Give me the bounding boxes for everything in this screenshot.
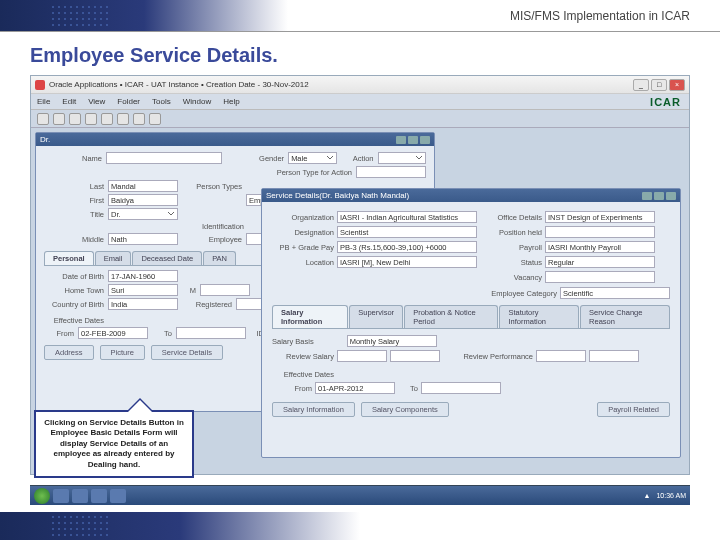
middle-field[interactable]: Nath: [108, 233, 178, 245]
start-button[interactable]: [34, 488, 50, 504]
from-label: From: [44, 329, 74, 338]
review-perf-label: Review Performance: [443, 352, 533, 361]
loc-field[interactable]: IASRI [M], New Delhi: [337, 256, 477, 268]
tab-pan[interactable]: PAN: [203, 251, 236, 265]
vacancy-label: Vacancy: [480, 273, 542, 282]
task-icon[interactable]: [53, 489, 69, 503]
home-field[interactable]: Suri: [108, 284, 178, 296]
tool-icon[interactable]: [133, 113, 145, 125]
desig-field[interactable]: Scientist: [337, 226, 477, 238]
title-select[interactable]: Dr.: [108, 208, 178, 220]
pb-field[interactable]: PB-3 (Rs.15,600-39,100) +6000: [337, 241, 477, 253]
action-select[interactable]: [378, 152, 427, 164]
review-salary-field2[interactable]: [390, 350, 440, 362]
dob-label: Date of Birth: [44, 272, 104, 281]
dob-field[interactable]: 17-JAN-1960: [108, 270, 178, 282]
menu-edit[interactable]: Edit: [62, 97, 76, 106]
tool-icon[interactable]: [37, 113, 49, 125]
menu-file[interactable]: Eile: [37, 97, 50, 106]
form-close-icon[interactable]: [420, 136, 430, 144]
employee-label: Employee: [182, 235, 242, 244]
form-close-icon[interactable]: [666, 192, 676, 200]
form-min-icon[interactable]: [396, 136, 406, 144]
ptype-action-field[interactable]: [356, 166, 426, 178]
tab-salary[interactable]: Salary Information: [272, 305, 348, 328]
tool-icon[interactable]: [53, 113, 65, 125]
name-field[interactable]: [106, 152, 222, 164]
tab-statutory[interactable]: Statutory Information: [499, 305, 579, 328]
task-icon[interactable]: [91, 489, 107, 503]
minimize-button[interactable]: _: [633, 79, 649, 91]
tab-probation[interactable]: Probation & Notice Period: [404, 305, 498, 328]
slide-title: Employee Service Details.: [0, 32, 720, 75]
brand-logo: ICAR: [650, 96, 681, 108]
gender-label: Gender: [226, 154, 284, 163]
review-salary-field[interactable]: [337, 350, 387, 362]
task-icon[interactable]: [110, 489, 126, 503]
first-label: First: [44, 196, 104, 205]
tool-icon[interactable]: [69, 113, 81, 125]
tray-icon[interactable]: ▲: [643, 492, 650, 499]
status-field[interactable]: Regular: [545, 256, 655, 268]
form-title: Service Details(Dr. Baidya Nath Mandal): [266, 191, 409, 200]
review-perf-field[interactable]: [536, 350, 586, 362]
menu-folder[interactable]: Folder: [117, 97, 140, 106]
payroll-related-button[interactable]: Payroll Related: [597, 402, 670, 417]
tab-deceased[interactable]: Deceased Date: [132, 251, 202, 265]
menu-tools[interactable]: Tools: [152, 97, 171, 106]
service-details-button[interactable]: Service Details: [151, 345, 223, 360]
tab-supervisor[interactable]: Supervisor: [349, 305, 403, 328]
picture-button[interactable]: Picture: [100, 345, 145, 360]
window-title: Oracle Applications • ICAR - UAT Instanc…: [49, 80, 633, 89]
office-field[interactable]: INST Design of Experiments: [545, 211, 655, 223]
clock: 10:36 AM: [656, 492, 686, 499]
vacancy-field[interactable]: [545, 271, 655, 283]
to-field[interactable]: [176, 327, 246, 339]
desig-label: Designation: [272, 228, 334, 237]
basis-field[interactable]: Monthly Salary: [347, 335, 437, 347]
tool-icon[interactable]: [117, 113, 129, 125]
tab-personal[interactable]: Personal: [44, 251, 94, 265]
ptypes-label: Person Types: [182, 182, 242, 191]
maximize-button[interactable]: □: [651, 79, 667, 91]
tool-icon[interactable]: [101, 113, 113, 125]
menu-help[interactable]: Help: [223, 97, 239, 106]
review-perf-field2[interactable]: [589, 350, 639, 362]
org-field[interactable]: IASRI - Indian Agricultural Statistics R…: [337, 211, 477, 223]
loc-label: Location: [272, 258, 334, 267]
to-field[interactable]: [421, 382, 501, 394]
empcat-field[interactable]: Scientific: [560, 287, 670, 299]
last-field[interactable]: Mandal: [108, 180, 178, 192]
tab-change[interactable]: Service Change Reason: [580, 305, 670, 328]
form-titlebar: Service Details(Dr. Baidya Nath Mandal): [262, 189, 680, 202]
form-max-icon[interactable]: [654, 192, 664, 200]
salary-info-button[interactable]: Salary Information: [272, 402, 355, 417]
address-button[interactable]: Address: [44, 345, 94, 360]
tool-icon[interactable]: [85, 113, 97, 125]
service-tabs: Salary Information Supervisor Probation …: [272, 305, 670, 329]
callout-text: Clicking on Service Details Button in Em…: [44, 418, 184, 469]
menu-window[interactable]: Window: [183, 97, 211, 106]
task-icon[interactable]: [72, 489, 88, 503]
ident-label: Identification: [184, 222, 244, 231]
first-field[interactable]: Baidya: [108, 194, 178, 206]
gender-select[interactable]: Male: [288, 152, 337, 164]
from-field[interactable]: 02-FEB-2009: [78, 327, 148, 339]
title-label: Title: [44, 210, 104, 219]
form-max-icon[interactable]: [408, 136, 418, 144]
marital-field[interactable]: [200, 284, 250, 296]
payroll-field[interactable]: IASRI Monthly Payroll: [545, 241, 655, 253]
tab-email[interactable]: Email: [95, 251, 132, 265]
form-min-icon[interactable]: [642, 192, 652, 200]
menu-view[interactable]: View: [88, 97, 105, 106]
close-button[interactable]: ×: [669, 79, 685, 91]
from-field[interactable]: 01-APR-2012: [315, 382, 395, 394]
eff-label: Effective Dates: [44, 316, 104, 325]
cob-field[interactable]: India: [108, 298, 178, 310]
pos-label: Position held: [480, 228, 542, 237]
form-title: Dr.: [40, 135, 50, 144]
pos-field[interactable]: [545, 226, 655, 238]
salary-components-button[interactable]: Salary Components: [361, 402, 449, 417]
basis-label: Salary Basis: [272, 337, 314, 346]
tool-icon[interactable]: [149, 113, 161, 125]
